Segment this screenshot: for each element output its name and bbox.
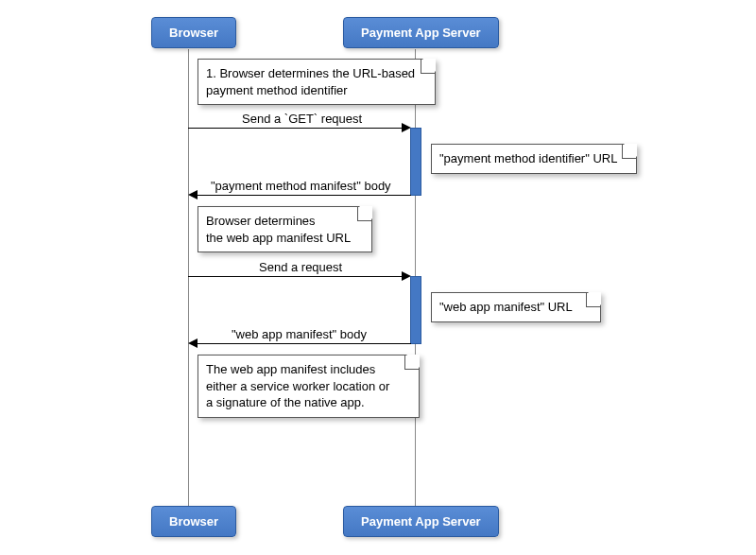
note-line: a signature of the native app. <box>206 395 365 409</box>
msg-manifest-body-label: "payment method manifest" body <box>211 179 391 193</box>
note-pmi-url: "payment method identifier" URL <box>431 144 637 174</box>
msg-get-request-arrow <box>188 128 402 129</box>
note-line: The web app manifest includes <box>206 362 375 376</box>
participant-label: Payment App Server <box>361 26 481 40</box>
msg-webmanifest-body-label: "web app manifest" body <box>232 327 367 341</box>
note-webmanifest-url: "web app manifest" URL <box>431 292 601 322</box>
lifeline-browser <box>188 49 189 506</box>
arrow-icon <box>188 190 198 199</box>
activation-server-1 <box>410 128 421 196</box>
note-determine-webmanifest: Browser determines the web app manifest … <box>198 206 372 252</box>
participant-label: Browser <box>169 514 218 529</box>
msg-webmanifest-body-arrow <box>198 343 411 344</box>
note-line: "web app manifest" URL <box>439 300 573 314</box>
msg-manifest-body-arrow <box>198 195 411 196</box>
msg-get-request-label: Send a `GET` request <box>242 112 362 126</box>
note-line: the web app manifest URL <box>206 231 351 245</box>
note-manifest-includes: The web app manifest includes either a s… <box>198 355 420 418</box>
note-line: either a service worker location or <box>206 379 389 393</box>
note-step1: 1. Browser determines the URL-based paym… <box>198 59 436 105</box>
note-line: "payment method identifier" URL <box>439 151 617 165</box>
participant-label: Browser <box>169 26 218 40</box>
participant-server-top: Payment App Server <box>343 17 499 48</box>
participant-browser-bottom: Browser <box>151 506 236 537</box>
participant-browser-top: Browser <box>151 17 236 48</box>
arrow-icon <box>188 338 198 348</box>
note-line: 1. Browser determines the URL-based <box>206 66 415 80</box>
note-line: payment method identifier <box>206 83 348 97</box>
note-line: Browser determines <box>206 214 316 228</box>
participant-server-bottom: Payment App Server <box>343 506 499 537</box>
participant-label: Payment App Server <box>361 514 481 529</box>
msg-send-request-label: Send a request <box>259 260 342 274</box>
activation-server-2 <box>410 276 421 344</box>
msg-send-request-arrow <box>188 276 402 277</box>
